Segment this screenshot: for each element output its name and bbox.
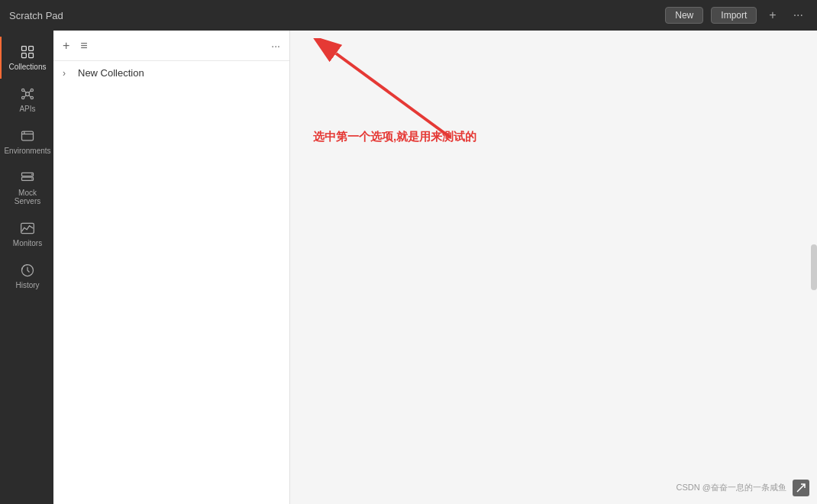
svg-rect-13: [22, 131, 34, 141]
annotation-container: 选中第一个选项,就是用来测试的: [313, 38, 481, 156]
sidebar-item-monitors[interactable]: Monitors: [0, 213, 53, 255]
sidebar-item-apis[interactable]: APIs: [0, 79, 53, 121]
top-bar: Scratch Pad New Import + ···: [0, 0, 817, 31]
scrollbar-thumb[interactable]: [811, 244, 817, 290]
annotation-text: 选中第一个选项,就是用来测试的: [313, 130, 476, 144]
panel-more-button[interactable]: ···: [268, 38, 283, 53]
import-button[interactable]: Import: [711, 7, 757, 24]
collections-icon: [20, 44, 35, 60]
main-content: 选中第一个选项,就是用来测试的 CSDN @奋奋一息的一条咸鱼: [290, 31, 817, 504]
plus-icon-button[interactable]: +: [764, 7, 780, 24]
svg-line-11: [24, 95, 26, 98]
chevron-right-icon: ›: [63, 68, 73, 79]
svg-point-18: [31, 174, 33, 176]
more-icon-button[interactable]: ···: [789, 7, 808, 24]
apis-label: APIs: [19, 105, 35, 113]
expand-icon: [796, 483, 806, 493]
sidebar-item-history[interactable]: History: [0, 255, 53, 297]
svg-rect-2: [22, 53, 27, 58]
icon-sidebar: Collections APIs Environments: [0, 31, 53, 504]
svg-line-23: [336, 53, 450, 137]
apis-icon: [20, 86, 35, 102]
add-collection-button[interactable]: +: [60, 37, 73, 54]
new-button[interactable]: New: [665, 7, 703, 24]
svg-point-8: [31, 96, 33, 99]
svg-point-6: [31, 89, 33, 91]
svg-line-10: [29, 91, 31, 93]
mock-servers-icon: [20, 170, 35, 186]
sidebar-item-environments[interactable]: Environments: [0, 121, 53, 163]
panel-header: + ≡ ···: [53, 31, 289, 61]
history-icon: [20, 263, 35, 278]
svg-rect-3: [29, 53, 34, 58]
main-layout: Collections APIs Environments: [0, 31, 817, 504]
svg-line-9: [24, 91, 26, 93]
watermark: CSDN @奋奋一息的一条咸鱼: [677, 482, 786, 493]
panel-sidebar: + ≡ ··· › New Collection: [53, 31, 290, 504]
svg-rect-0: [22, 47, 27, 51]
svg-point-5: [22, 89, 24, 91]
mock-servers-label: Mock Servers: [6, 189, 49, 205]
svg-point-19: [31, 178, 33, 179]
filter-button[interactable]: ≡: [77, 37, 90, 54]
sidebar-item-collections[interactable]: Collections: [0, 37, 53, 79]
monitors-label: Monitors: [13, 239, 42, 247]
sidebar-item-mock-servers[interactable]: Mock Servers: [0, 163, 53, 213]
monitors-icon: [20, 221, 35, 236]
expand-icon-button[interactable]: [793, 480, 809, 496]
collection-item[interactable]: › New Collection: [53, 61, 289, 85]
collections-label: Collections: [9, 63, 47, 71]
svg-rect-1: [29, 47, 34, 51]
app-title: Scratch Pad: [9, 10, 657, 21]
svg-point-7: [22, 96, 24, 99]
history-label: History: [15, 281, 39, 289]
environments-label: Environments: [4, 147, 50, 155]
collection-name: New Collection: [78, 67, 144, 79]
svg-line-12: [29, 95, 31, 98]
environments-icon: [20, 128, 35, 144]
